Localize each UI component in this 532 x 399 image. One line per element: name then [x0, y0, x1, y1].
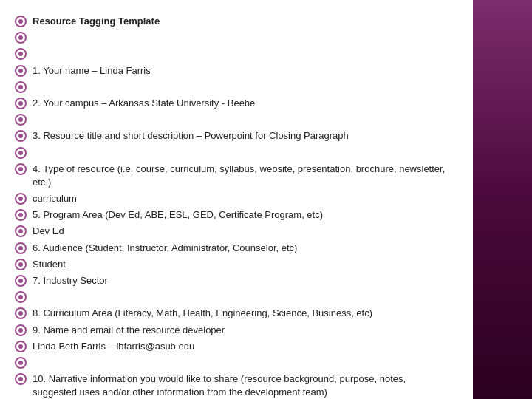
list-item: curriculum: [15, 192, 451, 205]
bullet-icon: [15, 259, 27, 270]
bullet-icon: [15, 48, 27, 60]
bullet-icon: [15, 32, 27, 44]
list-item: 10. Narrative information you would like…: [15, 372, 451, 399]
bullet-icon: [15, 130, 27, 142]
list-item-empty: [15, 81, 451, 94]
bullet-icon: [15, 193, 27, 205]
list-item-empty: [15, 47, 451, 61]
bullet-icon: [15, 373, 27, 385]
list-item: Linda Beth Farris – lbfarris@asub.edu: [15, 340, 451, 353]
list-item-empty: [15, 290, 451, 304]
bullet-icon: [15, 242, 27, 254]
bullet-icon: [15, 147, 27, 159]
bullet-icon: [15, 324, 27, 336]
list-item: 4. Type of resource (i.e. course, curric…: [15, 163, 451, 189]
list-item: 9. Name and email of the resource develo…: [15, 324, 451, 337]
list-item: Resource Tagging Template: [15, 15, 451, 28]
list-item: 8. Curriculum Area (Literacy, Math, Heal…: [15, 307, 451, 320]
list-area: Resource Tagging Template 1. Your name –…: [15, 15, 451, 399]
bullet-icon: [15, 65, 27, 77]
bullet-icon: [15, 16, 27, 27]
list-item: 3. Resource title and short description …: [15, 129, 451, 143]
bullet-icon: [15, 307, 27, 319]
list-item: 6. Audience (Student, Instructor, Admini…: [15, 242, 451, 255]
list-item: 2. Your campus – Arkansas State Universi…: [15, 97, 451, 110]
sidebar: [473, 0, 532, 399]
list-item-empty: [15, 146, 451, 160]
bullet-icon: [15, 98, 27, 109]
list-item-empty: [15, 113, 451, 126]
bullet-icon: [15, 163, 27, 175]
list-item: 5. Program Area (Dev Ed, ABE, ESL, GED, …: [15, 208, 451, 222]
list-item: Dev Ed: [15, 225, 451, 238]
list-item: 7. Industry Sector: [15, 274, 451, 287]
bullet-icon: [15, 341, 27, 352]
list-item-empty: [15, 31, 451, 44]
list-item-empty: [15, 356, 451, 369]
bullet-icon: [15, 291, 27, 303]
bullet-icon: [15, 275, 27, 287]
bullet-icon: [15, 81, 27, 93]
list-item: 1. Your name – Linda Farris: [15, 64, 451, 78]
list-item: Student: [15, 258, 451, 271]
main-content: Resource Tagging Template 1. Your name –…: [0, 0, 473, 399]
bullet-icon: [15, 225, 27, 237]
bullet-icon: [15, 357, 27, 369]
bullet-icon: [15, 114, 27, 126]
bullet-icon: [15, 209, 27, 221]
